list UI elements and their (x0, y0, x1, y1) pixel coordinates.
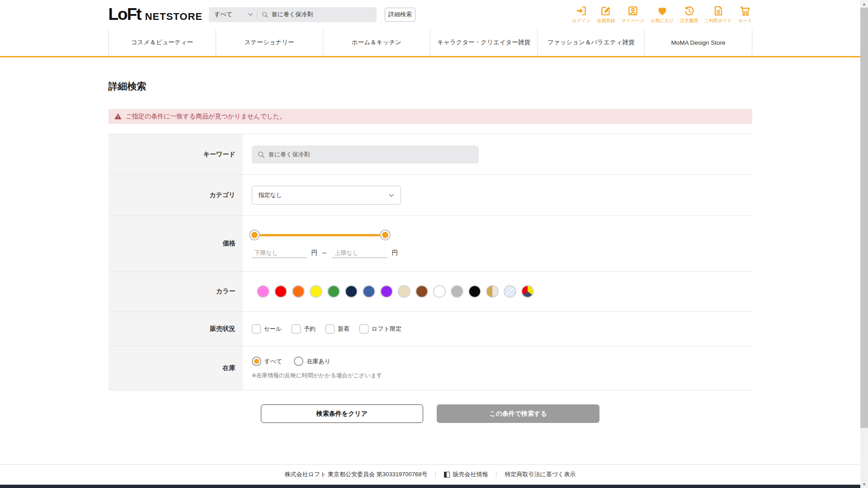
mypage-icon (627, 5, 639, 17)
price-max-input[interactable] (332, 248, 387, 258)
chevron-down-icon (248, 12, 253, 17)
form-row-keyword: キーワード (108, 134, 752, 174)
checkbox-unchecked[interactable] (292, 324, 301, 333)
nav-item-5[interactable]: MoMA Design Store (644, 29, 752, 56)
checkbox-unchecked[interactable] (252, 324, 261, 333)
quick-link-guide[interactable]: ご利用ガイド (704, 5, 732, 24)
nav-item-2[interactable]: ホーム＆キッチン (323, 29, 430, 56)
price-min-input[interactable] (252, 248, 307, 258)
page-title: 詳細検索 (108, 80, 752, 93)
radio-label: 在庫あり (307, 357, 330, 366)
checkbox-label: 予約 (304, 325, 316, 333)
color-swatch-blue[interactable] (363, 285, 375, 298)
quick-link-history[interactable]: 注文履歴 (680, 5, 698, 24)
category-select-value: 指定なし (259, 191, 283, 199)
register-icon (600, 5, 612, 17)
error-banner: ご指定の条件に一致する商品が見つかりませんでした。 (108, 109, 752, 124)
submit-button[interactable]: この条件で検索する (437, 404, 599, 423)
checkbox-unchecked[interactable] (326, 324, 335, 333)
price-range-slider[interactable] (255, 230, 385, 240)
footer-company: 株式会社ロフト 東京都公安委員会 第303319700768号 (285, 470, 428, 479)
color-swatch-green[interactable] (327, 285, 340, 298)
header-search-input[interactable] (272, 11, 372, 18)
nav-item-1[interactable]: ステーショナリー (216, 29, 323, 56)
yen-label: 円 (392, 249, 398, 257)
status-options: セール予約新着ロフト限定 (252, 324, 402, 333)
page: LoFt NETSTORE すべて 詳細検索 ログイン会員登録マイ (0, 0, 860, 488)
status-checkbox-3[interactable]: ロフト限定 (359, 324, 401, 333)
color-swatch-black[interactable] (468, 285, 481, 298)
search-form: キーワード カテゴリ 指定なし 価格 (108, 134, 752, 390)
color-swatch-pink[interactable] (257, 285, 269, 298)
main-content: 詳細検索 ご指定の条件に一致する商品が見つかりませんでした。 キーワード カテゴ… (108, 80, 752, 423)
scrollbar-down-arrow[interactable]: ▼ (860, 480, 868, 488)
nav-item-0[interactable]: コスメ＆ビューティー (108, 29, 216, 56)
form-actions: 検索条件をクリア この条件で検索する (108, 404, 752, 423)
color-swatch-white[interactable] (433, 285, 446, 298)
guide-icon (712, 5, 724, 17)
footer-link-company-info[interactable]: 販売会社情報 (444, 470, 488, 479)
scrollbar-thumb[interactable] (860, 8, 868, 428)
loft-logo[interactable]: LoFt NETSTORE (108, 5, 203, 24)
category-select[interactable]: 指定なし (252, 186, 401, 205)
status-checkbox-1[interactable]: 予約 (292, 324, 316, 333)
color-swatch-clear[interactable] (504, 285, 516, 298)
status-checkbox-2[interactable]: 新着 (326, 324, 349, 333)
color-swatch-yellow[interactable] (310, 285, 322, 298)
color-swatch-orange[interactable] (292, 285, 305, 298)
quick-link-label: お気に入り (651, 18, 674, 24)
footer-link-legal[interactable]: 特定商取引法に基づく表示 (505, 470, 576, 479)
stock-radio-1[interactable]: 在庫あり (294, 357, 330, 366)
slider-track[interactable] (255, 234, 385, 236)
footer: 株式会社ロフト 東京都公安委員会 第303319700768号 販売会社情報 特… (0, 464, 860, 484)
quick-link-mypage[interactable]: マイページ (621, 5, 644, 24)
nav-item-3[interactable]: キャラクター・クリエイター雑貨 (430, 29, 537, 56)
color-swatch-brown[interactable] (415, 285, 428, 298)
form-row-status: 販売状況 セール予約新着ロフト限定 (108, 311, 752, 346)
advanced-search-button[interactable]: 詳細検索 (385, 8, 415, 22)
form-row-stock: 在庫 すべて在庫あり ※在庫情報の反映に時間がかかる場合がございます (108, 346, 752, 390)
nav-item-4[interactable]: ファッション＆バラエティ雑貨 (537, 29, 644, 56)
color-swatch-beige[interactable] (398, 285, 410, 298)
scrollbar-up-arrow[interactable]: ▲ (860, 0, 868, 8)
status-label: 販売状況 (108, 312, 243, 346)
quick-link-label: 注文履歴 (680, 18, 698, 24)
clear-button[interactable]: 検索条件をクリア (261, 404, 423, 423)
main-nav: コスメ＆ビューティーステーショナリーホーム＆キッチンキャラクター・クリエイター雑… (0, 29, 860, 57)
color-swatch-red[interactable] (274, 285, 287, 298)
footer-divider (435, 471, 436, 478)
color-swatch-gray[interactable] (451, 285, 463, 298)
slider-handle-max[interactable] (380, 230, 391, 240)
storefront-icon (444, 472, 450, 478)
color-swatch-navy[interactable] (345, 285, 358, 298)
search-category-select[interactable]: すべて (209, 7, 257, 22)
quick-link-label: ご利用ガイド (704, 18, 732, 24)
quick-link-cart[interactable]: カート (738, 5, 752, 24)
checkbox-unchecked[interactable] (359, 324, 368, 333)
slider-handle-min[interactable] (249, 230, 260, 240)
quick-link-register[interactable]: 会員登録 (597, 5, 615, 24)
radio-selected[interactable] (252, 357, 261, 366)
search-field (257, 7, 377, 22)
form-row-price: 価格 円 ～ 円 (108, 216, 752, 271)
header-quick-links: ログイン会員登録マイページお気に入り注文履歴ご利用ガイドカート (572, 5, 752, 24)
category-label: カテゴリ (108, 175, 243, 216)
cart-icon (739, 5, 751, 17)
stock-radio-0[interactable]: すべて (252, 357, 283, 366)
color-swatch-multicolor[interactable] (521, 285, 534, 298)
yen-label: 円 (311, 249, 318, 257)
quick-link-label: ログイン (572, 18, 591, 24)
color-swatch-purple[interactable] (380, 285, 393, 298)
stock-options: すべて在庫あり (252, 357, 752, 366)
checkbox-label: ロフト限定 (372, 325, 401, 333)
bottom-bar (0, 484, 860, 488)
keyword-input[interactable] (269, 151, 473, 158)
form-row-category: カテゴリ 指定なし (108, 174, 752, 216)
color-swatch-gold-silver[interactable] (486, 285, 499, 298)
tilde-label: ～ (321, 249, 328, 257)
quick-link-login[interactable]: ログイン (572, 5, 591, 24)
quick-link-favorites[interactable]: お気に入り (651, 5, 674, 24)
status-checkbox-0[interactable]: セール (252, 324, 282, 333)
quick-link-label: マイページ (621, 18, 644, 24)
radio-unselected[interactable] (294, 357, 303, 366)
